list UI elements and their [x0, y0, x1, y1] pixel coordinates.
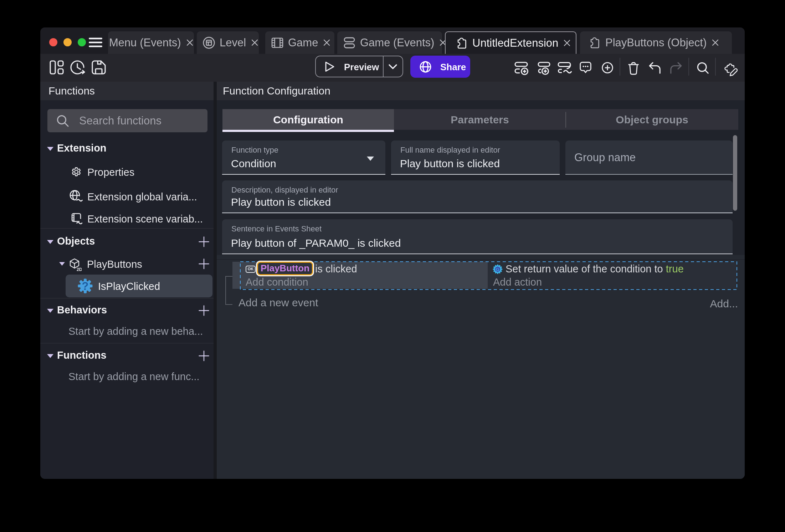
svg-text:G: G: [496, 267, 499, 272]
svg-text:2D: 2D: [77, 267, 82, 271]
svg-text:?: ?: [82, 280, 89, 292]
